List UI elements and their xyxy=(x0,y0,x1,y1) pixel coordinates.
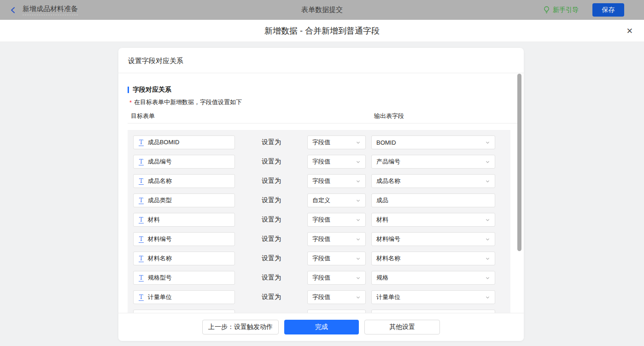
save-button[interactable]: 保存 xyxy=(592,3,624,17)
mode-select-value: 字段值 xyxy=(312,158,330,166)
custom-value-input[interactable]: 成品 xyxy=(371,194,495,207)
target-field-box: T 成品类型 xyxy=(133,194,235,207)
chevron-down-icon xyxy=(485,295,490,300)
mode-select[interactable]: 自定义 xyxy=(307,194,366,207)
output-field-select-value: 成品名称 xyxy=(376,177,400,185)
output-field-select[interactable]: 材料 xyxy=(371,213,495,227)
output-field-select-value: 材料 xyxy=(376,216,388,224)
back-button[interactable] xyxy=(9,6,18,14)
set-as-label: 设置为 xyxy=(262,216,307,224)
text-field-type-icon: T xyxy=(139,178,144,185)
set-as-label: 设置为 xyxy=(262,158,307,166)
mode-select[interactable]: 字段值 xyxy=(307,174,366,188)
mapping-row: T 材料 设置为 字段值 材料 xyxy=(133,213,510,227)
output-field-select[interactable]: 计量单位 xyxy=(371,290,495,304)
set-as-label: 设置为 xyxy=(262,235,307,243)
column-header-target-form: 目标表单 xyxy=(131,112,155,120)
set-as-label: 设置为 xyxy=(262,196,307,205)
target-field-box: T 成品名称 xyxy=(133,174,235,188)
mode-select[interactable] xyxy=(307,310,366,313)
target-field-name: 材料 xyxy=(148,216,160,224)
output-field-select[interactable]: 规格 xyxy=(371,271,495,285)
chevron-down-icon xyxy=(485,256,490,261)
close-icon[interactable]: ✕ xyxy=(626,27,633,35)
target-field-name: 计量单位 xyxy=(148,293,172,301)
mode-select-value: 字段值 xyxy=(312,177,330,185)
chevron-left-icon xyxy=(9,6,18,14)
card-header-title: 设置字段对应关系 xyxy=(118,48,524,73)
modal-body: 设置字段对应关系 字段对应关系 * 在目标表单中新增数据，字段值设置如下 目标表… xyxy=(0,42,644,346)
workflow-title[interactable]: 新增成品材料准备 xyxy=(23,5,78,15)
column-headers: 目标表单 输出表字段 xyxy=(128,112,518,123)
mapping-row: T 成品编号 设置为 字段值 产品编号 xyxy=(133,155,510,169)
target-field-box: T 材料 xyxy=(133,213,235,227)
target-field-box: T 计量单位 xyxy=(133,290,235,304)
chevron-down-icon xyxy=(485,140,490,145)
output-field-select[interactable]: 成品名称 xyxy=(371,174,495,188)
other-settings-button[interactable]: 其他设置 xyxy=(364,320,440,334)
chevron-down-icon xyxy=(485,237,490,242)
chevron-down-icon xyxy=(356,276,361,281)
output-field-select-value: 计量单位 xyxy=(376,293,400,301)
output-field-select-value: 规格 xyxy=(376,274,388,282)
set-as-label: 设置为 xyxy=(262,274,307,282)
beginner-guide-label: 新手引导 xyxy=(553,6,579,14)
output-field-select-value: 材料编号 xyxy=(376,235,400,243)
modal-title: 新增数据 - 合并新增到普通字段 xyxy=(264,25,380,36)
chevron-down-icon xyxy=(485,276,490,281)
app-window: 新增成品材料准备 表单数据提交 新手引导 保存 新增数据 - 合并新增到普通字段… xyxy=(0,0,644,346)
done-button[interactable]: 完成 xyxy=(284,320,359,334)
text-field-type-icon: T xyxy=(139,294,144,301)
set-as-label: 设置为 xyxy=(262,138,307,147)
output-field-select[interactable]: 材料编号 xyxy=(371,232,495,246)
topbar-right: 新手引导 保存 xyxy=(543,3,644,17)
output-field-select[interactable]: BOMID xyxy=(371,135,495,149)
mode-select[interactable]: 字段值 xyxy=(307,232,366,246)
scrollbar-thumb[interactable] xyxy=(517,74,521,251)
chevron-down-icon xyxy=(485,159,490,164)
chevron-down-icon xyxy=(356,140,361,145)
prev-step-button[interactable]: 上一步：设置触发动作 xyxy=(202,320,279,334)
mode-select[interactable]: 字段值 xyxy=(307,135,366,149)
target-field-box: T xyxy=(133,310,235,313)
target-field-box: T 成品编号 xyxy=(133,155,235,169)
target-field-name: 成品BOMID xyxy=(148,138,180,147)
chevron-down-icon xyxy=(356,159,361,164)
mapping-row: T 材料编号 设置为 字段值 材料编号 xyxy=(133,232,510,246)
text-field-type-icon: T xyxy=(139,255,144,262)
output-field-select[interactable] xyxy=(371,310,495,313)
mode-select[interactable]: 字段值 xyxy=(307,271,366,285)
output-field-select-value: 材料名称 xyxy=(376,254,400,263)
text-field-type-icon: T xyxy=(139,139,144,146)
target-field-name: 材料名称 xyxy=(148,254,172,263)
mode-select[interactable]: 字段值 xyxy=(307,213,366,227)
mode-select-value: 字段值 xyxy=(312,254,330,263)
target-field-box: T 成品BOMID xyxy=(133,135,235,149)
mode-select[interactable]: 字段值 xyxy=(307,290,366,304)
output-field-select-value: 产品编号 xyxy=(376,158,400,166)
chevron-down-icon xyxy=(485,217,490,223)
mapping-row: T 成品类型 设置为 自定义 成品 xyxy=(133,194,510,207)
chevron-down-icon xyxy=(356,198,361,203)
chevron-down-icon xyxy=(356,295,361,300)
mode-select[interactable]: 字段值 xyxy=(307,155,366,169)
column-header-output-fields: 输出表字段 xyxy=(374,112,404,120)
text-field-type-icon: T xyxy=(139,158,144,165)
mode-select-value: 字段值 xyxy=(312,293,330,301)
output-field-select[interactable]: 材料名称 xyxy=(371,252,495,265)
mapping-row: T 成品BOMID 设置为 字段值 BOMID xyxy=(133,135,510,149)
mode-select-value: 字段值 xyxy=(312,138,330,147)
settings-card: 设置字段对应关系 字段对应关系 * 在目标表单中新增数据，字段值设置如下 目标表… xyxy=(118,48,524,341)
target-field-name: 成品类型 xyxy=(148,196,172,205)
modal-header: 新增数据 - 合并新增到普通字段 ✕ xyxy=(0,20,644,42)
output-field-select-value: 成品 xyxy=(376,196,388,205)
lightbulb-icon xyxy=(543,6,550,14)
mode-select-value: 自定义 xyxy=(312,196,330,205)
card-footer: 上一步：设置触发动作 完成 其他设置 xyxy=(118,313,524,340)
chevron-down-icon xyxy=(356,179,361,184)
beginner-guide-link[interactable]: 新手引导 xyxy=(543,6,579,14)
section-title-row: 字段对应关系 xyxy=(128,86,524,94)
mode-select[interactable]: 字段值 xyxy=(307,252,366,265)
output-field-select[interactable]: 产品编号 xyxy=(371,155,495,169)
section-title: 字段对应关系 xyxy=(133,86,171,94)
